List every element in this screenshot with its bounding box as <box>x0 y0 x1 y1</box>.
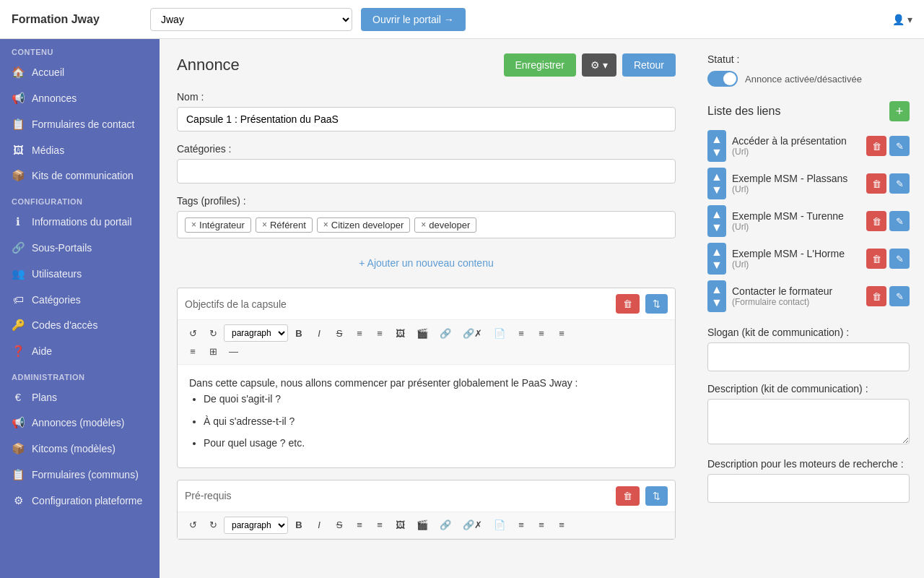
editor2-toolbar-strikethrough[interactable]: S <box>330 517 349 533</box>
toolbar-undo[interactable]: ↺ <box>183 325 202 342</box>
editor2-delete-button[interactable]: 🗑 <box>616 486 640 506</box>
tags-input[interactable]: × Intégrateur × Référent × Citizen devel… <box>177 211 676 238</box>
link-edit-4[interactable]: ✎ <box>889 286 910 306</box>
toolbar-paragraph-select[interactable]: paragraph <box>224 324 288 342</box>
sidebar-item-config-plateforme[interactable]: ⚙ Configuration plateforme <box>0 488 160 514</box>
sidebar-item-annonces[interactable]: 📢 Annonces <box>0 85 160 111</box>
annonces-icon: 📢 <box>12 92 25 105</box>
editor2-toolbar-image[interactable]: 🖼 <box>391 517 410 533</box>
sidebar-item-annonces-modeles[interactable]: 📢 Annonces (modèles) <box>0 410 160 436</box>
sidebar-item-codes-acces[interactable]: 🔑 Codes d'accès <box>0 312 160 338</box>
description-comm-textarea[interactable] <box>707 399 910 444</box>
editor2-toolbar-undo[interactable]: ↺ <box>183 517 202 533</box>
toolbar-image[interactable]: 🖼 <box>391 325 410 342</box>
sidebar-item-kitcoms-modeles[interactable]: 📦 Kitcoms (modèles) <box>0 436 160 462</box>
link-sort-3[interactable]: ▲ ▼ <box>707 243 726 275</box>
slogan-input[interactable] <box>707 342 910 371</box>
editor2-toolbar-redo[interactable]: ↻ <box>204 517 222 533</box>
settings-button[interactable]: ⚙ ▾ <box>582 53 616 77</box>
sidebar-item-sous-portails[interactable]: 🔗 Sous-Portails <box>0 235 160 261</box>
editor2-toolbar-link[interactable]: 🔗 <box>435 517 456 533</box>
sidebar-item-formulaires-contact[interactable]: 📋 Formulaires de contact <box>0 111 160 137</box>
editor2-toolbar-align-right[interactable]: ≡ <box>552 517 571 533</box>
tag-referent: × Référent <box>256 217 313 233</box>
sidebar-item-formulaires-communs[interactable]: 📋 Formulaires (communs) <box>0 462 160 488</box>
user-menu[interactable]: 👤 ▾ <box>892 14 912 25</box>
toolbar-align-left[interactable]: ≡ <box>512 325 531 342</box>
editor2-toolbar-italic[interactable]: I <box>310 517 328 533</box>
toolbar-link[interactable]: 🔗 <box>435 325 456 342</box>
toolbar-video[interactable]: 🎬 <box>411 325 433 342</box>
sort-up-icon: ▲ <box>711 246 723 259</box>
tag-remove-developer[interactable]: × <box>421 220 426 230</box>
link-delete-3[interactable]: 🗑 <box>866 249 886 269</box>
editor1-sort-button[interactable]: ⇅ <box>645 294 668 314</box>
link-sort-1[interactable]: ▲ ▼ <box>707 168 726 199</box>
link-sort-2[interactable]: ▲ ▼ <box>707 205 726 237</box>
toolbar-unlink[interactable]: 🔗✗ <box>458 325 487 342</box>
link-sort-0[interactable]: ▲ ▼ <box>707 130 726 162</box>
save-button[interactable]: Enregistrer <box>504 53 576 77</box>
toolbar-align-right[interactable]: ≡ <box>552 325 571 342</box>
link-edit-3[interactable]: ✎ <box>889 249 910 269</box>
sidebar-item-infos-portail[interactable]: ℹ Informations du portail <box>0 209 160 235</box>
toolbar-document[interactable]: 📄 <box>489 325 510 342</box>
editor1-delete-button[interactable]: 🗑 <box>616 294 640 314</box>
toolbar-bold[interactable]: B <box>289 325 308 342</box>
tag-remove-integrateur[interactable]: × <box>191 220 196 230</box>
link-delete-1[interactable]: 🗑 <box>866 173 886 194</box>
link-edit-0[interactable]: ✎ <box>889 136 910 156</box>
sidebar-item-medias[interactable]: 🖼 Médias <box>0 137 160 163</box>
open-portal-button[interactable]: Ouvrir le portail → <box>361 8 466 31</box>
categories-input[interactable] <box>177 159 676 184</box>
back-button[interactable]: Retour <box>622 53 676 77</box>
user-icon: 👤 <box>892 14 905 25</box>
link-edit-1[interactable]: ✎ <box>889 173 910 194</box>
toolbar-ol[interactable]: ≡ <box>370 325 389 342</box>
sidebar-item-plans[interactable]: € Plans <box>0 384 160 410</box>
description-moteurs-input[interactable] <box>707 474 910 503</box>
editor2-toolbar-align-left[interactable]: ≡ <box>512 517 531 533</box>
editor2-toolbar-unlink[interactable]: 🔗✗ <box>458 517 487 533</box>
link-sort-4[interactable]: ▲ ▼ <box>707 280 726 312</box>
toolbar-justify[interactable]: ≡ <box>183 343 202 360</box>
link-delete-2[interactable]: 🗑 <box>866 211 886 231</box>
editor2-sort-button[interactable]: ⇅ <box>645 486 668 506</box>
sidebar-item-accueil[interactable]: 🏠 Accueil <box>0 59 160 85</box>
editor2-toolbar-paragraph-select[interactable]: paragraph <box>224 517 288 534</box>
link-type-1: (Url) <box>732 184 860 194</box>
editor-block-2: 🗑 ⇅ ↺ ↻ paragraph B I S ≡ ≡ 🖼 🎬 🔗 🔗✗ 📄 ≡ <box>177 480 676 540</box>
toolbar-ul[interactable]: ≡ <box>350 325 369 342</box>
tag-remove-referent[interactable]: × <box>262 220 267 230</box>
toolbar-redo[interactable]: ↻ <box>204 325 222 342</box>
editor2-toolbar-ul[interactable]: ≡ <box>350 517 369 533</box>
sidebar-item-categories[interactable]: 🏷 Catégories <box>0 287 160 312</box>
add-content-link[interactable]: + Ajouter un nouveau contenu <box>177 250 676 276</box>
toolbar-hr[interactable]: — <box>224 343 243 360</box>
right-panel: Statut : Annonce activée/désactivée List… <box>693 39 924 578</box>
toolbar-table[interactable]: ⊞ <box>204 343 222 360</box>
editor2-toolbar-video[interactable]: 🎬 <box>411 517 433 533</box>
portal-select[interactable]: Jway <box>150 8 352 31</box>
nom-input[interactable] <box>177 107 676 131</box>
tag-remove-citizen-developer[interactable]: × <box>323 220 328 230</box>
editor2-title-input[interactable] <box>185 490 610 501</box>
editor1-title-input[interactable] <box>185 298 610 310</box>
toolbar-italic[interactable]: I <box>310 325 328 342</box>
editor2-toolbar-bold[interactable]: B <box>289 517 308 533</box>
editor2-toolbar-ol[interactable]: ≡ <box>370 517 389 533</box>
editor2-toolbar-align-center[interactable]: ≡ <box>532 517 551 533</box>
annonce-toggle[interactable] <box>707 71 738 87</box>
sidebar-item-aide[interactable]: ❓ Aide <box>0 338 160 364</box>
toolbar-strikethrough[interactable]: S <box>330 325 349 342</box>
sidebar-item-kits[interactable]: 📦 Kits de communication <box>0 163 160 189</box>
link-delete-4[interactable]: 🗑 <box>866 286 886 306</box>
editor1-content[interactable]: Dans cette capsule, nous allons commence… <box>178 365 675 467</box>
link-edit-2[interactable]: ✎ <box>889 211 910 231</box>
sidebar-section-administration: ADMINISTRATION <box>0 364 160 384</box>
sidebar-item-utilisateurs[interactable]: 👥 Utilisateurs <box>0 261 160 287</box>
add-link-button[interactable]: + <box>889 101 910 121</box>
link-delete-0[interactable]: 🗑 <box>866 136 886 156</box>
toolbar-align-center[interactable]: ≡ <box>532 325 551 342</box>
editor2-toolbar-document[interactable]: 📄 <box>489 517 510 533</box>
